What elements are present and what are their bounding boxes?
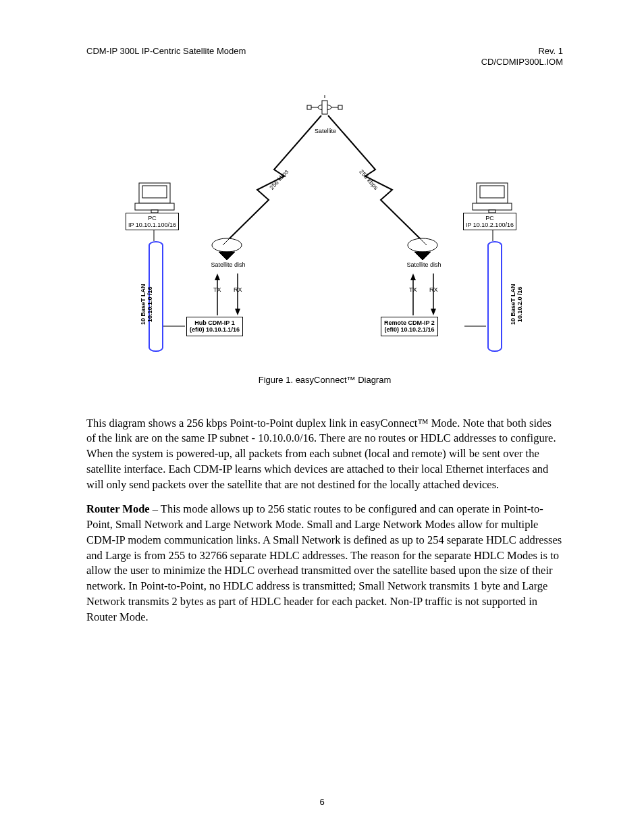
- svg-marker-27: [410, 273, 416, 280]
- left-tx-label: TX: [213, 286, 221, 293]
- left-pc-box: PC IP 10.10.1.100/16: [126, 213, 179, 231]
- left-rx-label: RX: [234, 286, 242, 293]
- left-pc-line1: PC: [148, 215, 157, 221]
- router-mode-heading: Router Mode: [86, 502, 150, 515]
- header-left: CDM-IP 300L IP-Centric Satellite Modem: [86, 46, 246, 57]
- right-rx-label: RX: [429, 286, 438, 293]
- svg-rect-14: [473, 203, 512, 210]
- right-dish-label: Satellite dish: [405, 261, 443, 268]
- page: CDM-IP 300L IP-Centric Satellite Modem R…: [0, 0, 644, 834]
- svg-rect-9: [142, 186, 167, 198]
- figure-caption: Figure 1. easyConnect™ Diagram: [86, 375, 563, 385]
- svg-marker-25: [235, 309, 240, 315]
- page-number: 6: [0, 797, 644, 807]
- svg-point-16: [212, 238, 242, 252]
- svg-point-19: [408, 238, 437, 252]
- right-device-box: Remote CDM-IP 2 (efi0) 10.10.2.1/16: [381, 317, 438, 337]
- right-pc-line2: IP 10.10.2.100/16: [466, 221, 514, 228]
- svg-marker-23: [215, 273, 220, 280]
- page-header: CDM-IP 300L IP-Centric Satellite Modem R…: [86, 46, 563, 68]
- body-text: This diagram shows a 256 kbps Point-to-P…: [86, 416, 563, 625]
- satellite-label: Satellite: [312, 128, 339, 134]
- svg-rect-1: [322, 101, 327, 114]
- header-right-2: CD/CDMIP300L.IOM: [481, 57, 563, 68]
- left-dish-label: Satellite dish: [209, 261, 247, 268]
- right-pc-box: PC IP 10.10.2.100/16: [463, 213, 516, 231]
- left-lan-label: 10 BaseT LAN 10.10.1.0 /16: [140, 284, 154, 325]
- svg-rect-4: [307, 105, 311, 109]
- left-device-box: Hub CDM-IP 1 (efi0) 10.10.1.1/16: [186, 317, 243, 337]
- right-tx-label: TX: [409, 286, 417, 293]
- svg-marker-18: [219, 252, 235, 260]
- right-lan-label: 10 BaseT LAN 10.10.2.0 /16: [510, 284, 524, 325]
- paragraph-1: This diagram shows a 256 kbps Point-to-P…: [86, 416, 563, 493]
- header-right-1: Rev. 1: [538, 46, 563, 57]
- left-pc-line2: IP 10.10.1.100/16: [128, 221, 176, 228]
- easyconnect-diagram: Satellite 256 kbps 256 kbps PC IP 10.10.…: [99, 95, 551, 365]
- svg-marker-29: [431, 309, 436, 315]
- right-pc-line1: PC: [485, 215, 494, 221]
- svg-marker-21: [414, 252, 431, 260]
- paragraph-2: Router Mode – This mode allows up to 256…: [86, 502, 563, 625]
- svg-rect-10: [135, 203, 174, 210]
- svg-rect-13: [480, 186, 504, 198]
- right-lan-pipe: [487, 241, 502, 352]
- svg-rect-5: [338, 105, 342, 109]
